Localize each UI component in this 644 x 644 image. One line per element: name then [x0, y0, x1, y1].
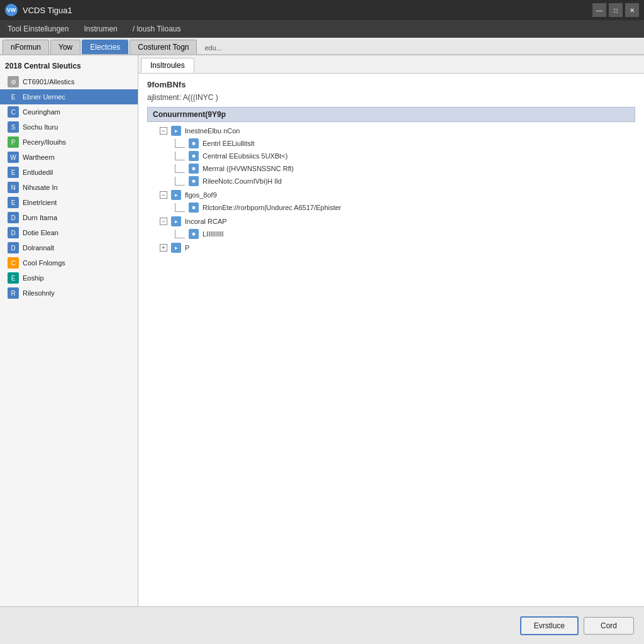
cord-button[interactable]: Cord: [584, 617, 634, 635]
title-bar: VW VCDS Tigua1 — □ ✕: [0, 0, 644, 20]
sidebar-title: 2018 Central Sleutics: [0, 58, 138, 74]
panel-tab-bar: Insltroules: [138, 55, 644, 74]
tab-nformun[interactable]: nFormun: [3, 40, 49, 54]
tree-node-1[interactable]: − ▸ flgos_8of9: [147, 189, 635, 201]
tree-node-icon-1-0: ■: [189, 203, 199, 213]
sidebar-item-4[interactable]: P Pecery/Ilouihs: [0, 135, 138, 150]
sidebar-item-0[interactable]: ⚙ CT6901/Allestics: [0, 74, 138, 89]
tree-node-icon-0-3: ■: [189, 176, 199, 186]
sidebar-label-0: CT6901/Allestics: [23, 78, 75, 86]
sidebar-item-6[interactable]: E Entludedil: [0, 165, 138, 180]
tree-node-label-0-1: Centrral EEubsiics 5UXBt<): [203, 152, 287, 160]
panel-tab-insltroules[interactable]: Insltroules: [141, 58, 194, 73]
sidebar: 2018 Central Sleutics ⚙ CT6901/Allestics…: [0, 55, 138, 606]
tree-node-0-3[interactable]: ■ RileeNotc.CournIVbi)H Ild: [147, 175, 635, 187]
tree-branch-3: + ▸ P: [147, 242, 635, 254]
tree-node-label-0-0: Eentrl EELiullitslt: [203, 140, 255, 147]
sidebar-label-10: Dotie Elean: [23, 229, 58, 236]
tab-costurent[interactable]: Costurent Togn: [130, 40, 197, 54]
sidebar-label-8: Elnetrlcient: [23, 199, 57, 206]
menu-item-loush[interactable]: / loush Tiioaus: [130, 23, 184, 35]
tree-node-2[interactable]: − ▸ Incoral RCAP: [147, 215, 635, 228]
menu-item-tool[interactable]: Tool Einstellungen: [5, 23, 71, 35]
tree-connector-0-3: [175, 177, 185, 186]
tree-toggle-0[interactable]: −: [160, 127, 167, 135]
tree-branch-2: − ▸ Incoral RCAP ■ LIIIIIIIII: [147, 215, 635, 240]
sidebar-label-12: Cool Fnlomgs: [23, 259, 65, 267]
sidebar-label-11: Dolrannalt: [23, 244, 54, 252]
sidebar-item-3[interactable]: S Sochu Ituru: [0, 119, 138, 135]
tree-section-main: Conuurrnment(9Y9p: [147, 107, 635, 122]
sidebar-icon-2: C: [8, 106, 19, 118]
tree-node-icon-0-1: ■: [189, 151, 199, 161]
tree-toggle-1[interactable]: −: [160, 191, 167, 199]
tree-connector-2-0: [175, 230, 185, 238]
tree-node-1-0[interactable]: ■ RlctonEte://rorbporn|Undurec A6517/Eph…: [147, 201, 635, 214]
tree-node-0[interactable]: − ▸ InestneElbu nCon: [147, 125, 635, 137]
tree-node-icon-2: ▸: [171, 216, 181, 226]
menu-item-instrumen[interactable]: Instrumen: [81, 23, 119, 35]
sidebar-item-12[interactable]: C Cool Fnlomgs: [0, 255, 138, 270]
tree-node-icon-0-0: ■: [189, 138, 199, 148]
tree-header: 9fomBNfs: [147, 80, 635, 89]
tree-node-3[interactable]: + ▸ P: [147, 242, 635, 254]
sidebar-item-13[interactable]: E Eoship: [0, 270, 138, 286]
tree-connector-0-0: [175, 139, 185, 148]
tree-node-label-0-2: Merrral ({HVWNSNSSNC Rfl): [203, 165, 294, 172]
tree-node-label-0: InestneElbu nCon: [185, 127, 240, 135]
minimize-button[interactable]: —: [592, 3, 606, 17]
tree-node-icon-0: ▸: [171, 126, 181, 136]
window-controls: — □ ✕: [592, 3, 639, 17]
sidebar-icon-0: ⚙: [8, 76, 19, 87]
tree-node-0-2[interactable]: ■ Merrral ({HVWNSNSSNC Rfl): [147, 162, 635, 175]
sidebar-label-14: Rilesohnly: [23, 289, 55, 297]
main-tab-bar: nFormun Yow Electcies Costurent Togn edu…: [0, 38, 644, 55]
sidebar-label-9: Durn Itarna: [23, 214, 57, 221]
tab-yow[interactable]: Yow: [50, 40, 80, 54]
sidebar-icon-3: S: [8, 121, 19, 133]
sidebar-label-13: Eoship: [23, 274, 44, 282]
tree-subheader: ajlistment: A(((INYC ): [147, 93, 635, 102]
tree-toggle-2[interactable]: −: [160, 218, 167, 225]
tree-node-label-1: flgos_8of9: [185, 191, 217, 199]
main-content: 2018 Central Sleutics ⚙ CT6901/Allestics…: [0, 55, 644, 606]
tree-node-label-2: Incoral RCAP: [185, 218, 227, 225]
sidebar-item-5[interactable]: W Wartheern: [0, 150, 138, 165]
sidebar-item-8[interactable]: E Elnetrlcient: [0, 195, 138, 210]
sidebar-item-2[interactable]: C Ceuringham: [0, 104, 138, 119]
sidebar-icon-10: D: [8, 227, 19, 238]
tree-node-label-1-0: RlctonEte://rorbporn|Undurec A6517/Ephis…: [203, 204, 341, 211]
app-title: VCDS Tigua1: [23, 6, 72, 15]
sidebar-icon-5: W: [8, 152, 19, 163]
tree-node-0-0[interactable]: ■ Eentrl EELiullitslt: [147, 137, 635, 150]
sidebar-item-1[interactable]: E Ebner Uernec: [0, 89, 138, 104]
sidebar-item-10[interactable]: D Dotie Elean: [0, 225, 138, 240]
close-button[interactable]: ✕: [625, 3, 639, 17]
menu-bar: Tool Einstellungen Instrumen / loush Tii…: [0, 20, 644, 38]
maximize-button[interactable]: □: [609, 3, 623, 17]
tree-node-0-1[interactable]: ■ Centrral EEubsiics 5UXBt<): [147, 150, 635, 162]
tab-extra: edu...: [198, 42, 228, 54]
sidebar-label-7: Nihusate In: [23, 184, 58, 191]
sidebar-icon-13: E: [8, 272, 19, 284]
sidebar-icon-12: C: [8, 257, 19, 269]
tab-electcies[interactable]: Electcies: [82, 40, 128, 54]
tree-node-2-0[interactable]: ■ LIIIIIIIII: [147, 228, 635, 240]
sidebar-item-14[interactable]: R Rilesohnly: [0, 286, 138, 301]
bottom-bar: Evrstluce Cord: [0, 606, 644, 644]
sidebar-item-7[interactable]: N Nihusate In: [0, 180, 138, 195]
tree-node-icon-2-0: ■: [189, 229, 199, 239]
sidebar-label-5: Wartheern: [23, 153, 55, 161]
sidebar-label-2: Ceuringham: [23, 108, 60, 116]
sidebar-icon-11: D: [8, 242, 19, 253]
sidebar-icon-6: E: [8, 167, 19, 178]
sidebar-icon-7: N: [8, 182, 19, 193]
sidebar-item-9[interactable]: D Durn Itarna: [0, 210, 138, 225]
sidebar-label-3: Sochu Ituru: [23, 123, 58, 131]
sidebar-item-11[interactable]: D Dolrannalt: [0, 240, 138, 255]
tree-toggle-3[interactable]: +: [160, 244, 167, 252]
panel-content: 9fomBNfs ajlistment: A(((INYC ) Conuurrn…: [138, 74, 644, 606]
sidebar-icon-14: R: [8, 287, 19, 299]
tree-branch-1: − ▸ flgos_8of9 ■ RlctonEte://rorbporn|Un…: [147, 189, 635, 214]
evrstluce-button[interactable]: Evrstluce: [520, 616, 579, 635]
